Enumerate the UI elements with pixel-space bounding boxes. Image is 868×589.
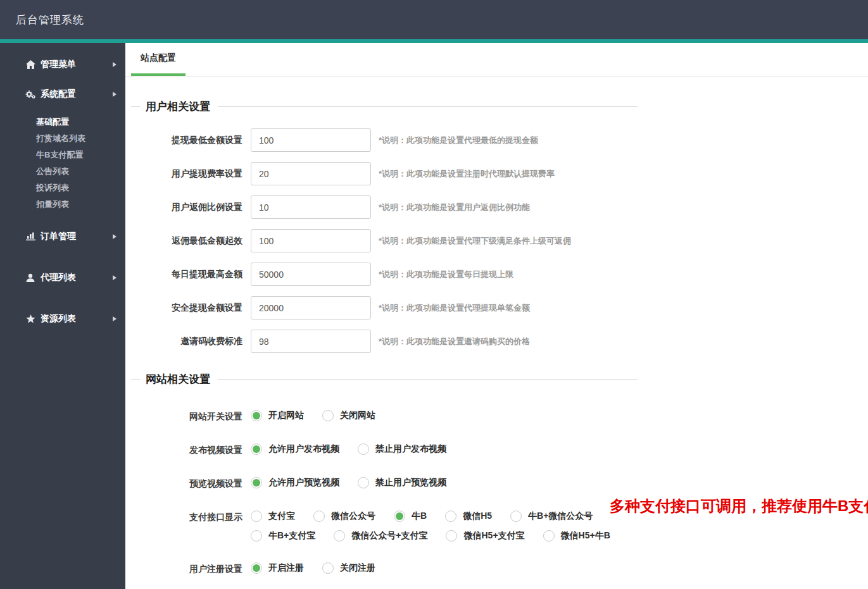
radio-row-1: 发布视频设置允许用户发布视频禁止用户发布视频: [131, 443, 638, 456]
radio-unchecked-icon[interactable]: [313, 511, 325, 522]
sidebar-item-label: 系统配置: [41, 89, 113, 100]
submenu-item-5[interactable]: 扣量列表: [0, 196, 125, 213]
radio-line: 允许用户发布视频禁止用户发布视频: [251, 443, 465, 455]
field-row-6: 邀请码收费标准*说明：此项功能是设置邀请码购买的价格: [131, 330, 638, 353]
field-row-4: 每日提现最高金额*说明：此项功能是设置每日提现上限: [131, 263, 638, 286]
radio-option-label: 牛B+支付宝: [268, 530, 315, 542]
radio-option[interactable]: 牛B: [394, 511, 427, 522]
field-row-5: 安全提现金额设置*说明：此项功能是设置代理提现单笔金额: [131, 296, 638, 319]
radio-unchecked-icon[interactable]: [358, 443, 369, 455]
star-icon: [25, 314, 35, 323]
field-input-3[interactable]: [251, 229, 371, 252]
radio-unchecked-icon[interactable]: [510, 511, 522, 522]
sidebar-item-2[interactable]: 订单管理: [0, 221, 125, 251]
section-title: 网站相关设置: [131, 372, 638, 387]
chevron-right-icon: [113, 275, 116, 280]
submenu-item-4[interactable]: 投诉列表: [0, 180, 125, 196]
chevron-right-icon: [113, 92, 116, 97]
home-icon: [25, 60, 35, 69]
field-note: *说明：此项功能是设置注册时代理默认提现费率: [379, 168, 555, 180]
radio-unchecked-icon[interactable]: [322, 410, 334, 421]
field-row-1: 用户提现费率设置*说明：此项功能是设置注册时代理默认提现费率: [131, 162, 638, 185]
radio-row-label: 发布视频设置: [131, 443, 242, 456]
field-input-6[interactable]: [251, 330, 371, 353]
radio-option-label: 微信H5: [463, 511, 492, 522]
radio-option[interactable]: 微信公众号+支付宝: [334, 530, 427, 542]
radio-unchecked-icon[interactable]: [334, 530, 345, 542]
field-label: 每日提现最高金额: [131, 269, 242, 280]
radio-checked-icon[interactable]: [394, 511, 405, 522]
radio-option[interactable]: 支付宝: [251, 511, 295, 522]
field-input-2[interactable]: [251, 195, 371, 219]
radio-option-label: 微信H5+支付宝: [463, 530, 524, 542]
radio-line: 开启网站关闭网站: [251, 410, 394, 421]
main-content: 站点配置 用户相关设置提现最低金额设置*说明：此项功能是设置代理最低的提现金额用…: [125, 43, 868, 589]
sidebar-item-label: 资源列表: [41, 313, 113, 325]
radio-option[interactable]: 允许用户预览视频: [251, 477, 339, 488]
radio-option[interactable]: 牛B+微信公众号: [510, 511, 593, 522]
radio-checked-icon[interactable]: [251, 477, 262, 488]
radio-option[interactable]: 微信公众号: [313, 511, 375, 522]
menu-gap: [0, 251, 125, 263]
submenu-item-1[interactable]: 打赏域名列表: [0, 130, 125, 147]
radio-unchecked-icon[interactable]: [543, 530, 555, 542]
radio-option[interactable]: 微信H5+牛B: [543, 530, 610, 542]
user-icon: [25, 273, 35, 282]
section-website-settings: 网站相关设置网站开关设置开启网站关闭网站发布视频设置允许用户发布视频禁止用户发布…: [131, 372, 638, 575]
radio-row-label: 预览视频设置: [131, 477, 242, 490]
radio-unchecked-icon[interactable]: [446, 530, 457, 542]
radio-unchecked-icon[interactable]: [251, 511, 262, 522]
radio-option[interactable]: 微信H5+支付宝: [446, 530, 524, 542]
field-row-2: 用户返佣比例设置*说明：此项功能是设置用户返佣比例功能: [131, 195, 638, 219]
field-input-0[interactable]: [251, 128, 371, 152]
sidebar-item-label: 管理菜单: [41, 59, 113, 70]
field-note: *说明：此项功能是设置代理下级满足条件上级可返佣: [379, 235, 571, 247]
submenu-item-3[interactable]: 公告列表: [0, 163, 125, 180]
field-input-5[interactable]: [251, 296, 371, 319]
radio-lines: 允许用户预览视频禁止用户预览视频: [251, 477, 465, 490]
submenu-item-2[interactable]: 牛B支付配置: [0, 147, 125, 163]
radio-option[interactable]: 微信H5: [445, 511, 492, 522]
chevron-right-icon: [113, 316, 116, 321]
field-input-1[interactable]: [251, 162, 371, 185]
radio-option[interactable]: 开启注册: [251, 562, 304, 574]
radio-option[interactable]: 关闭注册: [322, 562, 375, 574]
tab-bar: 站点配置: [125, 43, 868, 77]
radio-checked-icon[interactable]: [251, 562, 262, 574]
field-note: *说明：此项功能是设置代理提现单笔金额: [379, 302, 530, 314]
sidebar-item-1[interactable]: 系统配置: [0, 79, 125, 109]
section-user-settings: 用户相关设置提现最低金额设置*说明：此项功能是设置代理最低的提现金额用户提现费率…: [131, 99, 638, 353]
radio-unchecked-icon[interactable]: [445, 511, 456, 522]
radio-unchecked-icon[interactable]: [358, 477, 369, 488]
menu-gap: [0, 292, 125, 304]
sidebar: 管理菜单系统配置基础配置打赏域名列表牛B支付配置公告列表投诉列表扣量列表订单管理…: [0, 43, 125, 589]
radio-checked-icon[interactable]: [251, 443, 262, 455]
radio-option[interactable]: 开启网站: [251, 410, 304, 421]
tab-site-config[interactable]: 站点配置: [131, 43, 186, 76]
field-input-4[interactable]: [251, 263, 371, 286]
payment-recommendation-note: 多种支付接口可调用，推荐使用牛B支付: [610, 496, 868, 516]
radio-unchecked-icon[interactable]: [251, 530, 262, 542]
radio-option[interactable]: 禁止用户预览视频: [358, 477, 446, 488]
submenu: 基础配置打赏域名列表牛B支付配置公告列表投诉列表扣量列表: [0, 109, 125, 221]
field-label: 提现最低金额设置: [131, 135, 242, 146]
radio-option-label: 开启注册: [268, 562, 304, 574]
radio-option[interactable]: 牛B+支付宝: [251, 530, 315, 542]
radio-rows: 网站开关设置开启网站关闭网站发布视频设置允许用户发布视频禁止用户发布视频预览视频…: [131, 410, 638, 575]
sidebar-item-3[interactable]: 代理列表: [0, 263, 125, 292]
sidebar-item-0[interactable]: 管理菜单: [0, 49, 125, 79]
radio-lines: 开启网站关闭网站: [251, 410, 394, 423]
radio-line: 牛B+支付宝微信公众号+支付宝微信H5+支付宝微信H5+牛B: [251, 530, 629, 542]
submenu-item-0[interactable]: 基础配置: [0, 114, 125, 130]
sidebar-item-4[interactable]: 资源列表: [0, 304, 125, 333]
gears-icon: [25, 90, 35, 99]
radio-row-label: 网站开关设置: [131, 410, 242, 423]
radio-checked-icon[interactable]: [251, 410, 262, 421]
radio-option[interactable]: 允许用户发布视频: [251, 443, 339, 455]
radio-option[interactable]: 禁止用户发布视频: [358, 443, 446, 455]
radio-option[interactable]: 关闭网站: [322, 410, 375, 421]
app-title: 后台管理系统: [16, 13, 84, 27]
radio-unchecked-icon[interactable]: [322, 562, 334, 574]
radio-option-label: 微信公众号+支付宝: [351, 530, 427, 542]
radio-option-label: 关闭注册: [340, 562, 375, 574]
